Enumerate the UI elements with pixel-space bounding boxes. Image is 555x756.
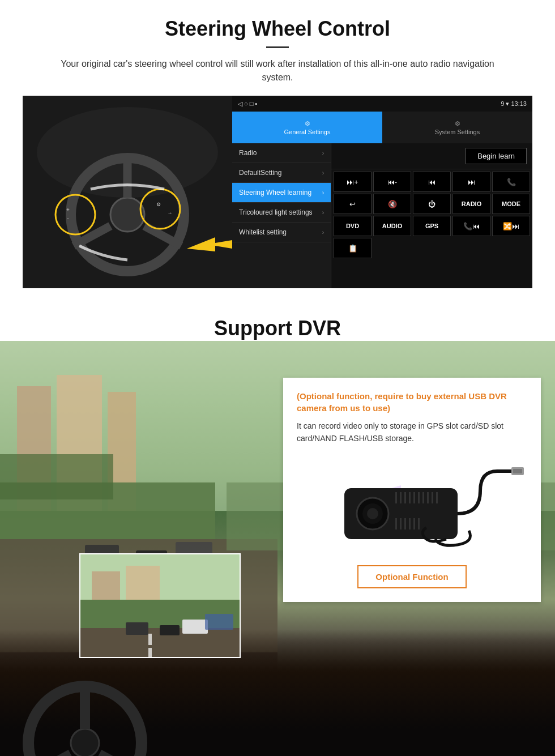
svg-text:+: +	[66, 207, 70, 213]
svg-rect-47	[205, 614, 233, 630]
svg-text:-: -	[67, 215, 69, 221]
begin-learn-row: Begin learn	[331, 143, 532, 169]
tab-system-label: System Settings	[435, 129, 480, 135]
menu-item-tricolour[interactable]: Tricoloured light settings ›	[232, 203, 331, 223]
ctrl-btn-mode[interactable]: MODE	[492, 194, 530, 214]
ctrl-btn-prev[interactable]: ⏮	[413, 172, 451, 192]
svg-point-52	[367, 508, 378, 519]
svg-rect-59	[422, 492, 424, 503]
ctrl-btn-audio[interactable]: AUDIO	[373, 216, 411, 236]
svg-rect-55	[404, 492, 406, 503]
menu-radio-label: Radio	[239, 149, 257, 157]
steering-wheel-svg: + - ⚙ →	[23, 96, 232, 288]
menu-whitelist-label: Whitelist setting	[239, 228, 287, 236]
svg-rect-63	[395, 518, 397, 529]
svg-rect-53	[395, 492, 397, 503]
svg-rect-62	[436, 492, 438, 503]
android-content: Begin learn ⏭+ ⏮- ⏮ ⏭ 📞 ↩ 🔇 ⏻ RADIO MODE	[331, 143, 532, 288]
android-panel: ◁ ○ □ ▪ 9 ▾ 13:13 ⚙ General Settings ⚙ S…	[232, 96, 532, 288]
svg-rect-67	[413, 518, 415, 529]
car-image: + - ⚙ →	[23, 96, 232, 288]
steering-content-area: + - ⚙ → ◁ ○ □ ▪ 9 ▾ 13:13 ⚙ General Sett…	[23, 96, 532, 288]
tab-system[interactable]: ⚙ System Settings	[382, 112, 532, 143]
android-nav-tabs: ⚙ General Settings ⚙ System Settings	[232, 112, 532, 143]
ctrl-btn-dvd[interactable]: DVD	[334, 216, 372, 236]
svg-rect-45	[160, 625, 180, 635]
dvr-optional-text: (Optional function, require to buy exter…	[297, 390, 527, 414]
android-statusbar: ◁ ○ □ ▪ 9 ▾ 13:13	[232, 96, 532, 112]
dvr-title: Support DVR	[0, 300, 555, 340]
ctrl-btn-phone-prev[interactable]: 📞⏮	[452, 216, 490, 236]
chevron-whitelist-icon: ›	[322, 229, 324, 236]
tab-general-label: General Settings	[284, 129, 331, 135]
svg-text:⚙: ⚙	[156, 202, 161, 207]
ctrl-btn-hangup[interactable]: ↩	[334, 194, 372, 214]
gear-icon-general: ⚙	[305, 120, 310, 127]
svg-rect-70	[513, 469, 522, 473]
svg-rect-42	[148, 634, 152, 645]
ctrl-btn-vol-dn[interactable]: ⏮-	[373, 172, 411, 192]
svg-rect-61	[432, 492, 433, 503]
ctrl-btn-next[interactable]: ⏭	[452, 172, 490, 192]
ctrl-btn-gps[interactable]: GPS	[413, 216, 451, 236]
nav-icons: ◁ ○ □ ▪	[238, 100, 257, 108]
svg-rect-57	[413, 492, 415, 503]
android-menu: Radio › DefaultSetting › Steering Wheel …	[232, 143, 331, 288]
car-image-area: + - ⚙ →	[23, 96, 232, 288]
dvr-thumbnail-svg	[80, 554, 241, 658]
menu-item-radio[interactable]: Radio ›	[232, 143, 331, 163]
status-right: 9 ▾ 13:13	[501, 100, 527, 108]
steering-subtitle: Your original car's steering wheel contr…	[45, 57, 510, 84]
chevron-tricolour-icon: ›	[322, 210, 324, 216]
svg-rect-56	[409, 492, 411, 503]
svg-rect-64	[400, 518, 402, 529]
chevron-defaultsetting-icon: ›	[322, 170, 324, 176]
svg-rect-43	[148, 648, 152, 658]
ctrl-btn-power[interactable]: ⏻	[413, 194, 451, 214]
dvr-camera-illustration	[297, 454, 527, 556]
dvr-description: It can record video only to storage in G…	[297, 420, 527, 445]
steering-section: Steering Wheel Control Your original car…	[0, 0, 555, 300]
svg-text:→: →	[168, 210, 173, 216]
begin-learn-button[interactable]: Begin learn	[466, 148, 527, 164]
ctrl-btn-mute[interactable]: 🔇	[373, 194, 411, 214]
svg-rect-58	[418, 492, 420, 503]
menu-item-defaultsetting[interactable]: DefaultSetting ›	[232, 163, 331, 183]
svg-rect-66	[409, 518, 411, 529]
control-buttons-grid: ⏭+ ⏮- ⏮ ⏭ 📞 ↩ 🔇 ⏻ RADIO MODE DVD AUDIO G…	[331, 169, 532, 260]
ctrl-btn-phone[interactable]: 📞	[492, 172, 530, 192]
steering-title: Steering Wheel Control	[23, 17, 532, 41]
title-divider	[266, 46, 289, 48]
menu-item-whitelist[interactable]: Whitelist setting ›	[232, 223, 331, 242]
chevron-radio-icon: ›	[322, 150, 324, 156]
svg-rect-44	[126, 622, 148, 635]
svg-rect-54	[400, 492, 402, 503]
svg-rect-68	[418, 518, 420, 529]
svg-rect-19	[0, 454, 113, 499]
ctrl-btn-radio[interactable]: RADIO	[452, 194, 490, 214]
dvr-info-card: (Optional function, require to buy exter…	[283, 378, 541, 602]
svg-rect-46	[182, 620, 208, 634]
dvr-camera-svg	[299, 457, 526, 553]
svg-point-32	[71, 729, 99, 756]
optional-function-button[interactable]: Optional Function	[357, 565, 466, 588]
svg-rect-65	[404, 518, 406, 529]
menu-defaultsetting-label: DefaultSetting	[239, 169, 281, 177]
tab-general[interactable]: ⚙ General Settings	[232, 112, 382, 143]
menu-steering-learning-label: Steering Wheel learning	[239, 189, 311, 197]
android-main: Radio › DefaultSetting › Steering Wheel …	[232, 143, 532, 288]
svg-rect-60	[427, 492, 429, 503]
dvr-thumbnail	[79, 553, 241, 658]
dvr-section: Support DVR	[0, 300, 555, 756]
wifi-icon-system: ⚙	[455, 120, 460, 127]
ctrl-btn-camera[interactable]: 📋	[334, 238, 372, 258]
menu-item-steering-learning[interactable]: Steering Wheel learning ›	[232, 183, 331, 203]
chevron-steering-icon: ›	[322, 190, 324, 196]
ctrl-btn-shuffle-next[interactable]: 🔀⏭	[492, 216, 530, 236]
ctrl-btn-vol-up[interactable]: ⏭+	[334, 172, 372, 192]
menu-tricolour-label: Tricoloured light settings	[239, 208, 313, 216]
svg-point-3	[110, 198, 144, 232]
dvr-background: (Optional function, require to buy exter…	[0, 341, 555, 756]
